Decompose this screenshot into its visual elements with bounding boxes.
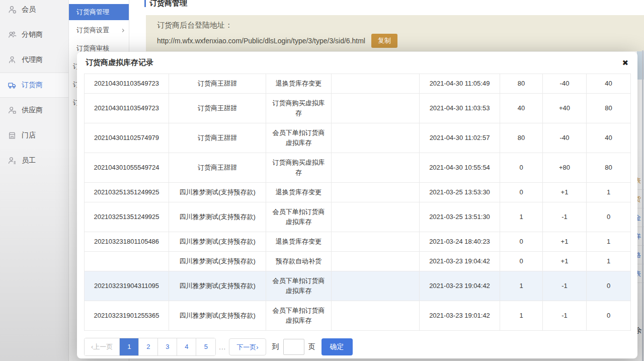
orderer-name-cell: 订货商王甜甜 (169, 74, 266, 94)
sidebar-item-会员[interactable]: 会员 (0, 0, 68, 22)
stock-record-table: 202104301103549723订货商王甜甜退换货库存变更2021-04-3… (84, 74, 631, 331)
stock-record-row: 202104301102574979订货商王甜甜会员下单扣订货商虚拟库存2021… (85, 123, 631, 153)
sidebar-item-label: 员工 (22, 156, 36, 165)
time-cell: 2021-03-23 19:04:42 (420, 252, 500, 271)
change-type-cell: 订货商购买虚拟库存 (266, 94, 332, 123)
page-jump: 到 页 (272, 339, 315, 355)
qty-change-cell: -1 (543, 202, 587, 232)
qty-change-cell: -1 (543, 301, 587, 331)
sidebar-item-员工[interactable]: 员工 (0, 148, 68, 173)
qty-after-cell: 1 (587, 232, 631, 252)
agent-icon (8, 55, 17, 64)
page-button-1[interactable]: 1 (120, 338, 139, 355)
login-address-label: 订货商后台登陆地址： (157, 21, 633, 30)
order-no-cell: 202104301055549724 (85, 153, 169, 183)
time-cell: 2021-04-30 10:55:54 (420, 153, 500, 183)
qty-change-cell: +1 (543, 252, 587, 271)
page-header: 订货商管理 (144, 0, 187, 8)
close-icon[interactable]: ✖ (622, 59, 628, 66)
modal-title: 订货商虚拟库存记录 (86, 58, 153, 67)
orderer-name-cell: 四川雅梦测试(支持预存款) (169, 202, 266, 232)
qty-change-cell: +80 (543, 153, 587, 183)
page-scrollbar[interactable] (642, 50, 643, 361)
time-cell: 2021-03-25 13:51:30 (420, 202, 500, 232)
background-link-fragment-text: 表 (637, 177, 641, 184)
time-cell: 2021-03-25 13:53:30 (420, 183, 500, 202)
order-no-cell: 202104301102574979 (85, 123, 169, 153)
time-cell: 2021-04-30 11:05:49 (420, 74, 500, 94)
distributor-icon (8, 30, 17, 39)
next-page-button[interactable]: 下一页› (229, 338, 266, 355)
stock-record-row: 202103251351249925四川雅梦测试(支持预存款)会员下单扣订货商虚… (85, 202, 631, 232)
qty-after-cell: 0 (587, 271, 631, 301)
orderer-name-cell: 订货商王甜甜 (169, 123, 266, 153)
sidebar-item-门店[interactable]: 门店 (0, 123, 68, 148)
staff-icon (8, 156, 17, 165)
qty-after-cell: 40 (587, 123, 631, 153)
copy-button[interactable]: 复制 (371, 34, 397, 48)
qty-before-cell: 0 (500, 153, 543, 183)
qty-change-cell: -40 (543, 123, 587, 153)
confirm-button[interactable]: 确定 (321, 338, 353, 355)
login-address-panel: 订货商后台登陆地址： http://m.wfx.wxfenxiao.com/Pu… (146, 15, 644, 51)
primary-sidebar: 会员分销商代理商订货商供应商门店员工 (0, 0, 69, 361)
product-cell (332, 252, 420, 271)
change-type-cell: 订货商购买虚拟库存 (266, 153, 332, 183)
supplier-icon (8, 106, 17, 115)
qty-before-cell: 1 (500, 271, 543, 301)
orderer-name-cell: 四川雅梦测试(支持预存款) (169, 252, 266, 271)
submenu-item-订货商设置[interactable]: 订货商设置 (69, 22, 129, 38)
order-no-cell: 202103231801105486 (85, 232, 169, 252)
prev-page-button[interactable]: ‹上一页 (85, 338, 120, 355)
stock-record-row: 202103231901255365四川雅梦测试(支持预存款)会员下单扣订货商虚… (85, 301, 631, 331)
submenu-item-label: 订货商管理 (76, 4, 109, 20)
qty-before-cell: 1 (500, 202, 543, 232)
orderer-icon (8, 81, 17, 90)
qty-after-cell: 0 (587, 301, 631, 331)
background-link-fragment-text: 格 (637, 251, 641, 259)
page-button-3[interactable]: 3 (158, 338, 177, 355)
orderer-name-cell: 订货商王甜甜 (169, 94, 266, 123)
sidebar-item-订货商[interactable]: 订货商 (0, 73, 68, 98)
title-accent-bar (144, 0, 146, 7)
order-no-cell: 202103251351249925 (85, 183, 169, 202)
product-cell (332, 301, 420, 331)
qty-change-cell: +1 (543, 232, 587, 252)
page-title: 订货商管理 (149, 0, 187, 8)
product-cell (332, 232, 420, 252)
product-cell (332, 74, 420, 94)
qty-after-cell: 40 (587, 74, 631, 94)
change-type-cell: 退换货库存变更 (266, 74, 332, 94)
stock-record-table-body: 202104301103549723订货商王甜甜退换货库存变更2021-04-3… (85, 74, 631, 331)
pagination-ellipsis: ... (219, 343, 226, 351)
background-link-fragment-text: 金 (637, 214, 641, 222)
page-button-5[interactable]: 5 (196, 338, 215, 355)
sidebar-item-代理商[interactable]: 代理商 (0, 47, 68, 73)
sidebar-item-供应商[interactable]: 供应商 (0, 98, 68, 123)
qty-before-cell: 0 (500, 252, 543, 271)
jump-page-input[interactable] (283, 339, 304, 355)
sidebar-item-分销商[interactable]: 分销商 (0, 22, 68, 47)
background-link-fragment-text: 详 (637, 233, 641, 240)
orderer-name-cell: 四川雅梦测试(支持预存款) (169, 301, 266, 331)
member-icon (8, 5, 17, 14)
product-cell (332, 271, 420, 301)
qty-before-cell: 0 (500, 232, 543, 252)
chevron-right-icon (120, 28, 126, 33)
page-button-2[interactable]: 2 (139, 338, 158, 355)
change-type-cell: 退换货库存变更 (266, 183, 332, 202)
qty-after-cell: 1 (587, 183, 631, 202)
orderer-name-cell: 四川雅梦测试(支持预存款) (169, 271, 266, 301)
change-type-cell: 预存款自动补货 (266, 252, 332, 271)
page-button-4[interactable]: 4 (177, 338, 196, 355)
submenu-item-订货商管理[interactable]: 订货商管理 (69, 4, 129, 20)
time-cell: 2021-03-23 19:04:42 (420, 271, 500, 301)
qty-before-cell: 0 (500, 183, 543, 202)
sidebar-item-label: 门店 (22, 131, 36, 140)
qty-after-cell: 80 (587, 94, 631, 123)
product-cell (332, 202, 420, 232)
time-cell: 2021-04-30 11:02:57 (420, 123, 500, 153)
member-icon (8, 5, 17, 14)
background-link-fragment-text: 货 (637, 195, 641, 203)
jump-to-label: 到 (272, 342, 279, 351)
